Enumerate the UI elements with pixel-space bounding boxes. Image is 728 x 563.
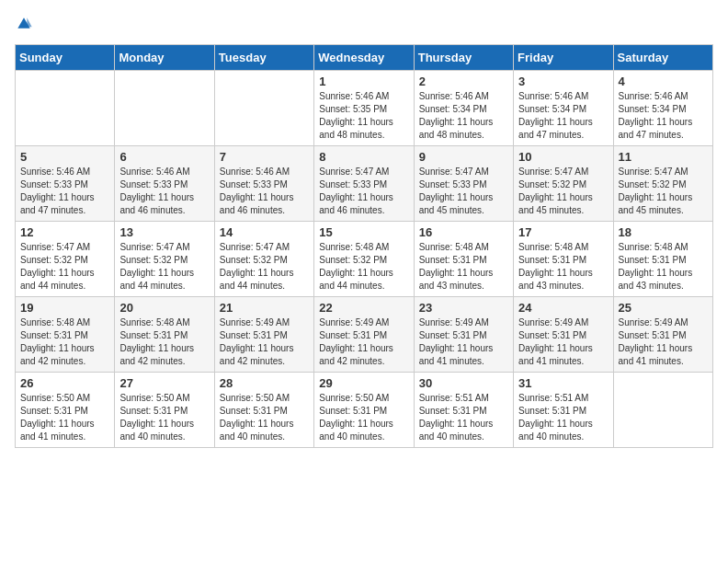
calendar-cell: 15Sunrise: 5:48 AM Sunset: 5:32 PM Dayli… <box>314 222 414 297</box>
day-number: 29 <box>319 376 408 390</box>
day-header-sunday: Sunday <box>16 45 115 71</box>
day-header-monday: Monday <box>115 45 214 71</box>
calendar-cell: 26Sunrise: 5:50 AM Sunset: 5:31 PM Dayli… <box>16 373 115 448</box>
calendar-cell: 27Sunrise: 5:50 AM Sunset: 5:31 PM Dayli… <box>115 373 214 448</box>
calendar-cell: 23Sunrise: 5:49 AM Sunset: 5:31 PM Dayli… <box>414 297 513 373</box>
day-info: Sunrise: 5:48 AM Sunset: 5:31 PM Dayligh… <box>419 241 508 293</box>
day-number: 15 <box>319 225 408 239</box>
day-number: 19 <box>20 301 109 315</box>
day-number: 25 <box>619 301 708 315</box>
calendar-cell: 11Sunrise: 5:47 AM Sunset: 5:32 PM Dayli… <box>613 146 712 222</box>
day-number: 2 <box>419 75 508 88</box>
day-info: Sunrise: 5:47 AM Sunset: 5:33 PM Dayligh… <box>419 166 508 217</box>
day-number: 14 <box>220 225 309 239</box>
calendar-week-row: 1Sunrise: 5:46 AM Sunset: 5:35 PM Daylig… <box>16 71 713 146</box>
day-info: Sunrise: 5:47 AM Sunset: 5:32 PM Dayligh… <box>20 241 109 293</box>
day-info: Sunrise: 5:49 AM Sunset: 5:31 PM Dayligh… <box>419 316 508 368</box>
day-number: 28 <box>220 376 309 390</box>
day-info: Sunrise: 5:46 AM Sunset: 5:34 PM Dayligh… <box>619 90 708 142</box>
day-number: 27 <box>119 376 209 390</box>
calendar-cell: 24Sunrise: 5:49 AM Sunset: 5:31 PM Dayli… <box>514 297 613 373</box>
calendar-cell <box>214 71 313 146</box>
day-info: Sunrise: 5:49 AM Sunset: 5:31 PM Dayligh… <box>220 316 309 368</box>
calendar-week-row: 26Sunrise: 5:50 AM Sunset: 5:31 PM Dayli… <box>16 373 713 448</box>
day-number: 10 <box>518 150 608 164</box>
day-number: 4 <box>619 75 708 88</box>
day-info: Sunrise: 5:47 AM Sunset: 5:32 PM Dayligh… <box>619 166 708 217</box>
header <box>15 15 713 33</box>
day-info: Sunrise: 5:48 AM Sunset: 5:31 PM Dayligh… <box>518 241 608 293</box>
day-header-saturday: Saturday <box>613 45 712 71</box>
day-info: Sunrise: 5:46 AM Sunset: 5:34 PM Dayligh… <box>419 90 508 142</box>
day-number: 17 <box>518 225 608 239</box>
day-info: Sunrise: 5:47 AM Sunset: 5:33 PM Dayligh… <box>319 166 408 217</box>
day-header-wednesday: Wednesday <box>314 45 414 71</box>
day-info: Sunrise: 5:50 AM Sunset: 5:31 PM Dayligh… <box>220 392 309 443</box>
day-info: Sunrise: 5:47 AM Sunset: 5:32 PM Dayligh… <box>119 241 209 293</box>
day-info: Sunrise: 5:49 AM Sunset: 5:31 PM Dayligh… <box>619 316 708 368</box>
calendar-week-row: 5Sunrise: 5:46 AM Sunset: 5:33 PM Daylig… <box>16 146 713 222</box>
calendar-cell: 9Sunrise: 5:47 AM Sunset: 5:33 PM Daylig… <box>414 146 513 222</box>
day-info: Sunrise: 5:49 AM Sunset: 5:31 PM Dayligh… <box>518 316 608 368</box>
day-number: 26 <box>20 376 109 390</box>
calendar-cell: 13Sunrise: 5:47 AM Sunset: 5:32 PM Dayli… <box>115 222 214 297</box>
day-info: Sunrise: 5:49 AM Sunset: 5:31 PM Dayligh… <box>319 316 408 368</box>
calendar-cell: 7Sunrise: 5:46 AM Sunset: 5:33 PM Daylig… <box>214 146 313 222</box>
day-info: Sunrise: 5:50 AM Sunset: 5:31 PM Dayligh… <box>119 392 209 443</box>
day-info: Sunrise: 5:48 AM Sunset: 5:31 PM Dayligh… <box>619 241 708 293</box>
calendar-cell <box>613 373 712 448</box>
day-number: 18 <box>619 225 708 239</box>
calendar-week-row: 12Sunrise: 5:47 AM Sunset: 5:32 PM Dayli… <box>16 222 713 297</box>
day-number: 13 <box>119 225 209 239</box>
day-header-tuesday: Tuesday <box>214 45 313 71</box>
day-info: Sunrise: 5:46 AM Sunset: 5:35 PM Dayligh… <box>319 90 408 142</box>
calendar-cell: 5Sunrise: 5:46 AM Sunset: 5:33 PM Daylig… <box>16 146 115 222</box>
calendar-cell: 30Sunrise: 5:51 AM Sunset: 5:31 PM Dayli… <box>414 373 513 448</box>
calendar-cell <box>115 71 214 146</box>
day-number: 1 <box>319 75 408 88</box>
calendar-cell <box>16 71 115 146</box>
calendar-cell: 31Sunrise: 5:51 AM Sunset: 5:31 PM Dayli… <box>514 373 613 448</box>
calendar-cell: 8Sunrise: 5:47 AM Sunset: 5:33 PM Daylig… <box>314 146 414 222</box>
day-number: 7 <box>220 150 309 164</box>
day-number: 20 <box>119 301 209 315</box>
day-info: Sunrise: 5:50 AM Sunset: 5:31 PM Dayligh… <box>319 392 408 443</box>
calendar-cell: 2Sunrise: 5:46 AM Sunset: 5:34 PM Daylig… <box>414 71 513 146</box>
day-number: 16 <box>419 225 508 239</box>
calendar-cell: 22Sunrise: 5:49 AM Sunset: 5:31 PM Dayli… <box>314 297 414 373</box>
day-number: 21 <box>220 301 309 315</box>
calendar: SundayMondayTuesdayWednesdayThursdayFrid… <box>15 44 713 448</box>
calendar-cell: 17Sunrise: 5:48 AM Sunset: 5:31 PM Dayli… <box>514 222 613 297</box>
day-info: Sunrise: 5:51 AM Sunset: 5:31 PM Dayligh… <box>518 392 608 443</box>
calendar-cell: 20Sunrise: 5:48 AM Sunset: 5:31 PM Dayli… <box>115 297 214 373</box>
calendar-cell: 4Sunrise: 5:46 AM Sunset: 5:34 PM Daylig… <box>613 71 712 146</box>
calendar-week-row: 19Sunrise: 5:48 AM Sunset: 5:31 PM Dayli… <box>16 297 713 373</box>
day-info: Sunrise: 5:48 AM Sunset: 5:32 PM Dayligh… <box>319 241 408 293</box>
calendar-cell: 19Sunrise: 5:48 AM Sunset: 5:31 PM Dayli… <box>16 297 115 373</box>
calendar-cell: 25Sunrise: 5:49 AM Sunset: 5:31 PM Dayli… <box>613 297 712 373</box>
calendar-cell: 16Sunrise: 5:48 AM Sunset: 5:31 PM Dayli… <box>414 222 513 297</box>
calendar-cell: 21Sunrise: 5:49 AM Sunset: 5:31 PM Dayli… <box>214 297 313 373</box>
day-number: 9 <box>419 150 508 164</box>
day-number: 5 <box>20 150 109 164</box>
day-info: Sunrise: 5:51 AM Sunset: 5:31 PM Dayligh… <box>419 392 508 443</box>
day-info: Sunrise: 5:46 AM Sunset: 5:34 PM Dayligh… <box>518 90 608 142</box>
day-number: 23 <box>419 301 508 315</box>
day-number: 30 <box>419 376 508 390</box>
calendar-cell: 3Sunrise: 5:46 AM Sunset: 5:34 PM Daylig… <box>514 71 613 146</box>
day-info: Sunrise: 5:46 AM Sunset: 5:33 PM Dayligh… <box>220 166 309 217</box>
calendar-cell: 28Sunrise: 5:50 AM Sunset: 5:31 PM Dayli… <box>214 373 313 448</box>
logo-icon <box>15 15 33 33</box>
day-number: 24 <box>518 301 608 315</box>
day-number: 3 <box>518 75 608 88</box>
day-number: 12 <box>20 225 109 239</box>
day-number: 31 <box>518 376 608 390</box>
calendar-cell: 12Sunrise: 5:47 AM Sunset: 5:32 PM Dayli… <box>16 222 115 297</box>
day-number: 11 <box>619 150 708 164</box>
calendar-cell: 14Sunrise: 5:47 AM Sunset: 5:32 PM Dayli… <box>214 222 313 297</box>
calendar-header-row: SundayMondayTuesdayWednesdayThursdayFrid… <box>16 45 713 71</box>
calendar-cell: 18Sunrise: 5:48 AM Sunset: 5:31 PM Dayli… <box>613 222 712 297</box>
calendar-cell: 6Sunrise: 5:46 AM Sunset: 5:33 PM Daylig… <box>115 146 214 222</box>
day-info: Sunrise: 5:47 AM Sunset: 5:32 PM Dayligh… <box>220 241 309 293</box>
day-header-thursday: Thursday <box>414 45 513 71</box>
